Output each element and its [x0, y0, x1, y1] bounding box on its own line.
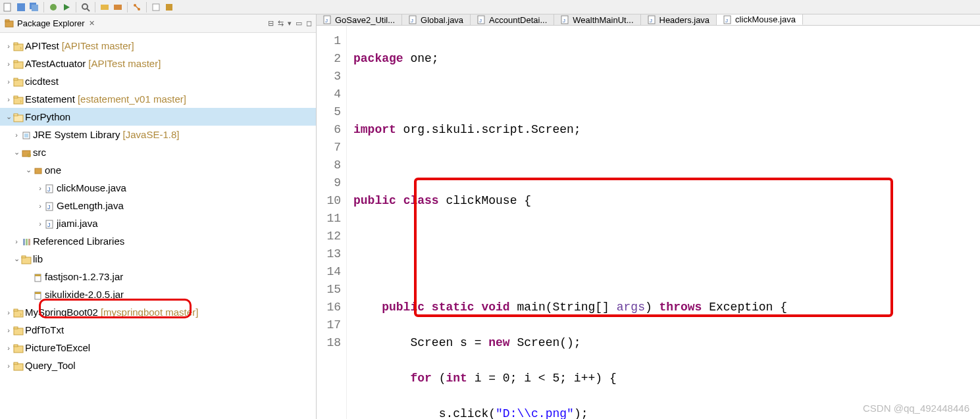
tree-item-label: clickMouse.java — [57, 182, 126, 193]
java-file-icon: J — [323, 15, 332, 24]
tb-search-icon[interactable] — [80, 2, 91, 12]
tree-item-sikulixide-2-0-5-jar[interactable]: sikulixide-2.0.5.jar — [0, 285, 316, 303]
tree-item-picturetoexcel[interactable]: ›PictureToExcel — [0, 339, 316, 357]
tree-item-lib[interactable]: ⌄lib — [0, 250, 316, 268]
svg-marker-5 — [64, 4, 70, 11]
java-icon: J — [45, 218, 57, 229]
tree-item-one[interactable]: ⌄one — [0, 161, 316, 179]
tree-item-myspringboot02[interactable]: ››MySpringBoot02[myspringboot master] — [0, 303, 316, 321]
expand-arrow-icon[interactable]: › — [12, 131, 21, 139]
tb-ext2-icon[interactable] — [113, 2, 123, 12]
svg-point-6 — [82, 4, 88, 9]
line-number: 9 — [317, 174, 341, 192]
tree-item-apitest[interactable]: ››APITest[APITest master] — [0, 37, 316, 55]
svg-rect-8 — [101, 5, 109, 10]
expand-arrow-icon[interactable]: ⌄ — [4, 112, 13, 121]
maximize-icon[interactable]: ◻ — [306, 19, 312, 28]
view-menu-icon[interactable]: ▾ — [288, 19, 292, 28]
tree-item-cicdtest[interactable]: ›cicdtest — [0, 72, 316, 90]
kw-import: import — [353, 123, 396, 136]
expand-arrow-icon[interactable]: › — [4, 308, 13, 316]
java-file-icon: J — [723, 15, 733, 24]
project-icon — [13, 76, 25, 87]
expand-arrow-icon[interactable]: › — [36, 220, 45, 228]
expand-arrow-icon[interactable]: ⌄ — [12, 148, 21, 157]
expand-arrow-icon[interactable]: › — [4, 78, 13, 86]
expand-arrow-icon[interactable]: › — [4, 344, 13, 352]
editor-tab-global-java[interactable]: JGlobal.java — [402, 14, 471, 25]
java-file-icon: J — [477, 15, 486, 24]
explorer-title-text: Package Explorer — [17, 18, 85, 28]
tree-item-jre-system-library[interactable]: ›JRE System Library[JavaSE-1.8] — [0, 126, 316, 143]
tree-item-atestactuator[interactable]: ›ATestActuator[APITest master] — [0, 55, 316, 72]
tb-xtra2-icon[interactable] — [164, 2, 174, 12]
svg-rect-53 — [14, 327, 18, 329]
tb-debug-icon[interactable] — [48, 2, 59, 12]
editor-tab-accountdetai-[interactable]: JAccountDetai... — [471, 14, 554, 25]
expand-arrow-icon[interactable]: › — [36, 184, 45, 192]
tree-item-suffix: [APITest master] — [62, 40, 134, 51]
link-editor-icon[interactable]: ⇆ — [278, 19, 284, 28]
svg-text:›: › — [20, 98, 22, 105]
svg-rect-40 — [23, 239, 25, 245]
kw-package: package — [353, 52, 403, 65]
line-number: 3 — [317, 68, 341, 86]
expand-arrow-icon[interactable]: › — [4, 95, 13, 103]
expand-arrow-icon[interactable]: › — [4, 42, 13, 50]
code-editor[interactable]: 123456789101112131415161718 package one;… — [317, 26, 980, 419]
line-number: 12 — [317, 228, 341, 245]
jre-icon — [21, 130, 33, 140]
tree-item-forpython[interactable]: ⌄ForPython — [0, 108, 316, 126]
editor-tab-wealthmainut-[interactable]: JWealthMainUt... — [554, 14, 640, 25]
explorer-title: Package Explorer ✕ — [4, 18, 95, 29]
expand-arrow-icon[interactable]: › — [4, 326, 13, 334]
package-explorer-icon — [4, 18, 14, 29]
tree-item-label: src — [33, 147, 46, 158]
collapse-all-icon[interactable]: ⊟ — [268, 19, 274, 28]
line-number: 7 — [317, 139, 341, 157]
tb-save-all-icon[interactable] — [29, 2, 39, 12]
minimize-icon[interactable]: ▭ — [296, 19, 302, 28]
editor-tab-headers-java[interactable]: JHeaders.java — [641, 14, 717, 25]
svg-rect-50 — [14, 309, 18, 311]
expand-arrow-icon[interactable]: ⌄ — [12, 255, 21, 263]
expand-arrow-icon[interactable]: ⌄ — [24, 166, 33, 174]
expand-arrow-icon[interactable]: › — [36, 202, 45, 210]
tb-xtra1-icon[interactable] — [151, 2, 161, 12]
svg-rect-33 — [35, 168, 41, 174]
tree-item-jiami-java[interactable]: ›Jjiami.java — [0, 214, 316, 232]
project-open-icon — [13, 112, 25, 122]
svg-text:J: J — [725, 18, 728, 24]
close-view-icon[interactable]: ✕ — [89, 19, 95, 28]
tb-run-icon[interactable] — [61, 2, 72, 12]
editor-tabs[interactable]: JGoSave2_Util...JGlobal.javaJAccountDeta… — [317, 14, 980, 26]
java-icon: J — [45, 201, 57, 211]
tb-git-icon[interactable] — [132, 2, 142, 12]
expand-arrow-icon[interactable]: › — [12, 237, 21, 245]
tb-new-icon[interactable] — [3, 2, 13, 12]
tree-item-referenced-libraries[interactable]: ›Referenced Libraries — [0, 232, 316, 250]
editor-tab-clickmouse-java[interactable]: JclickMouse.java — [717, 14, 803, 25]
tree-item-estatement[interactable]: ››Estatement[estatement_v01 master] — [0, 90, 316, 108]
java-icon: J — [45, 183, 57, 193]
tb-save-icon[interactable] — [16, 2, 26, 12]
tree-item-fastjson-1-2-73-jar[interactable]: fastjson-1.2.73.jar — [0, 268, 316, 285]
project-tree[interactable]: ››APITest[APITest master]›ATestActuator[… — [0, 33, 316, 419]
svg-rect-13 — [153, 4, 159, 11]
tree-item-getlength-java[interactable]: ›JGetLength.java — [0, 197, 316, 214]
tb-ext1-icon[interactable] — [99, 2, 110, 12]
line-number: 15 — [317, 281, 341, 299]
svg-rect-42 — [28, 239, 30, 245]
tab-label: AccountDetai... — [489, 15, 547, 25]
editor-tab-gosave2_util-[interactable]: JGoSave2_Util... — [317, 14, 402, 25]
expand-arrow-icon[interactable]: › — [4, 60, 13, 68]
tree-item-pdftotxt[interactable]: ›PdfToTxt — [0, 321, 316, 339]
tree-item-clickmouse-java[interactable]: ›JclickMouse.java — [0, 179, 316, 197]
tree-item-src[interactable]: ⌄src — [0, 143, 316, 161]
tab-label: clickMouse.java — [735, 14, 796, 24]
code-content[interactable]: package one; import org.sikuli.script.Sc… — [347, 26, 980, 419]
tree-item-query_tool[interactable]: ›Query_Tool — [0, 357, 316, 374]
expand-arrow-icon[interactable]: › — [4, 362, 13, 370]
svg-text:J: J — [411, 18, 413, 24]
jar-icon — [33, 289, 45, 300]
